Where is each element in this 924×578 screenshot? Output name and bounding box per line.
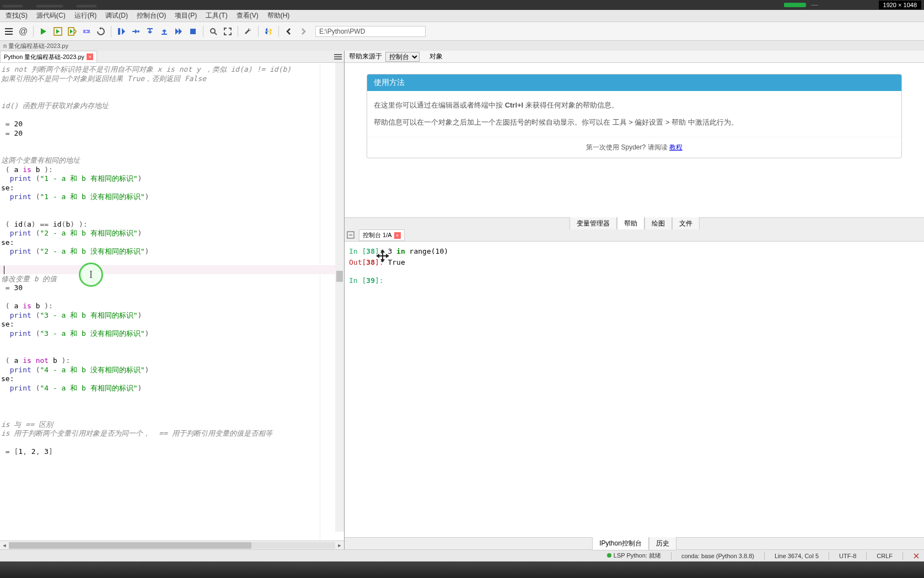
console-tab-active[interactable]: 控制台 1/A × [359, 229, 405, 241]
menu-help[interactable]: 帮助(H) [263, 9, 294, 22]
run-selection-icon[interactable] [80, 25, 93, 38]
progress-indicator [784, 3, 806, 7]
at-icon[interactable]: @ [17, 25, 30, 38]
breadcrumb: n 量化编程基础-2023.py [0, 41, 924, 51]
console-line-out38: Out[38]: True [349, 257, 920, 268]
scroll-left-icon[interactable]: ◄ [0, 541, 9, 550]
run-cell-icon[interactable] [51, 25, 65, 38]
svg-marker-12 [122, 28, 125, 35]
svg-rect-2 [5, 34, 13, 35]
svg-marker-10 [99, 27, 101, 30]
back-icon[interactable] [282, 25, 296, 38]
working-dir-input[interactable]: E:\Python\PWD [315, 26, 426, 37]
bottom-pane-tabs: IPython控制台 历史 [345, 537, 924, 549]
mid-pane-tabs: 变量管理器 帮助 绘图 文件 [345, 217, 924, 229]
toolbar: @ E:\Python\PWD [0, 22, 924, 41]
editor-tab-active[interactable]: Python 量化编程基础-2023.py × [0, 51, 97, 62]
status-memory [913, 553, 920, 559]
console-line-in38: In [38]: 3 in range(10) [349, 246, 920, 257]
vertical-scrollbar[interactable] [335, 63, 344, 532]
svg-point-17 [211, 29, 215, 33]
svg-marker-14 [175, 28, 179, 35]
tab-history[interactable]: 历史 [649, 537, 676, 550]
debug-start-icon[interactable] [115, 25, 128, 38]
console-line-in39: In [39]: [349, 275, 920, 286]
menu-project[interactable]: 项目(P) [170, 9, 201, 22]
help-footer: 第一次使用 Spyder? 请阅读 教程 [367, 137, 901, 158]
status-line-col: Line 3674, Col 5 [775, 553, 819, 559]
menu-source[interactable]: 源代码(C) [32, 9, 70, 22]
tab-help[interactable]: 帮助 [617, 217, 644, 231]
debug-continue-icon[interactable] [172, 25, 185, 38]
resolution-badge: 1920 × 1048 [879, 1, 921, 9]
tab-plots[interactable]: 绘图 [644, 217, 672, 231]
tab-ipython-console[interactable]: IPython控制台 [592, 537, 649, 550]
menu-console[interactable]: 控制台(O) [132, 9, 170, 22]
menu-debug[interactable]: 调试(D) [101, 9, 132, 22]
scroll-right-icon[interactable]: ► [335, 541, 344, 550]
help-source-select[interactable]: 控制台 [385, 52, 420, 62]
help-object-label: 对象 [429, 52, 443, 61]
editor-panel: Python 量化编程基础-2023.py × is not 判断两个标识符是不… [0, 51, 345, 549]
svg-marker-3 [41, 28, 46, 35]
run-cell-advance-icon[interactable] [66, 25, 79, 38]
svg-point-13 [137, 30, 139, 33]
help-header: 帮助来源于 控制台 对象 [345, 51, 924, 63]
status-conda[interactable]: conda: base (Python 3.8.8) [681, 553, 754, 559]
text-cursor-highlight: I [79, 263, 103, 287]
help-box-title: 使用方法 [367, 74, 901, 91]
menu-tools[interactable]: 工具(T) [201, 9, 232, 22]
svg-marker-5 [56, 29, 60, 34]
tab-variable-explorer[interactable]: 变量管理器 [570, 217, 617, 231]
status-eol[interactable]: CRLF [877, 553, 893, 559]
move-cursor-icon [375, 248, 390, 264]
help-text-2: 帮助信息可以在一个对象之后加上一个左圆括号的时候自动显示。你可以在 工具 > 偏… [374, 116, 895, 129]
maximize-icon[interactable] [221, 25, 234, 38]
close-icon[interactable]: × [394, 232, 401, 239]
rerun-icon[interactable] [94, 25, 108, 38]
help-text-1: 在这里你可以通过在编辑器或者终端中按 Ctrl+I 来获得任何对象的帮助信息。 [374, 99, 895, 111]
debug-stop-icon[interactable] [186, 25, 200, 38]
debug-step-out-icon[interactable] [158, 25, 171, 38]
svg-rect-16 [190, 29, 196, 34]
help-pane: 使用方法 在这里你可以通过在编辑器或者终端中按 Ctrl+I 来获得任何对象的帮… [345, 63, 924, 217]
svg-line-18 [214, 33, 217, 35]
outline-icon[interactable] [2, 25, 15, 38]
status-encoding[interactable]: UTF-8 [839, 553, 856, 559]
svg-rect-11 [118, 28, 120, 35]
console-tabs: 控制台 1/A × [345, 229, 924, 242]
forward-icon[interactable] [297, 25, 310, 38]
tab-files[interactable]: 文件 [672, 217, 700, 231]
menu-view[interactable]: 查看(V) [232, 9, 263, 22]
python-path-icon[interactable] [262, 25, 275, 38]
window-control-minimize[interactable]: — [812, 1, 818, 9]
svg-marker-7 [70, 29, 73, 34]
code-editor[interactable]: is not 判断两个标识符是不是引用自不同对象 x is not y ，类似 … [0, 63, 344, 540]
title-bar: ▬▬▬▬▬▬▬▬▬▬ — 1920 × 1048 [0, 0, 924, 10]
help-source-label: 帮助来源于 [349, 52, 382, 61]
svg-rect-1 [5, 31, 13, 32]
scrollbar-thumb[interactable] [336, 271, 343, 282]
status-bar: LSP Python: 就绪 conda: base (Python 3.8.8… [0, 549, 924, 561]
tab-menu-icon[interactable] [334, 53, 342, 61]
horizontal-scrollbar[interactable]: ◄ ► [0, 540, 344, 549]
tutorial-link[interactable]: 教程 [669, 143, 683, 151]
editor-tabs: Python 量化编程基础-2023.py × [0, 51, 344, 63]
close-icon[interactable]: × [87, 53, 93, 60]
hscroll-thumb[interactable] [9, 542, 251, 549]
menu-run[interactable]: 运行(R) [70, 9, 101, 22]
console-new-icon[interactable] [347, 231, 356, 240]
debug-step-icon[interactable] [129, 25, 142, 38]
console-tab-label: 控制台 1/A [363, 231, 392, 239]
svg-marker-15 [179, 28, 182, 35]
menu-find[interactable]: 查找(S) [1, 9, 32, 22]
search-icon[interactable] [207, 25, 220, 38]
svg-rect-0 [5, 28, 13, 29]
editor-tab-label: Python 量化编程基础-2023.py [4, 53, 84, 61]
preferences-icon[interactable] [241, 25, 255, 38]
debug-step-in-icon[interactable] [143, 25, 157, 38]
run-icon[interactable] [37, 25, 50, 38]
os-taskbar[interactable] [0, 561, 924, 578]
menu-bar: 查找(S) 源代码(C) 运行(R) 调试(D) 控制台(O) 项目(P) 工具… [0, 10, 924, 22]
ipython-console[interactable]: In [38]: 3 in range(10) Out[38]: True In… [345, 242, 924, 537]
